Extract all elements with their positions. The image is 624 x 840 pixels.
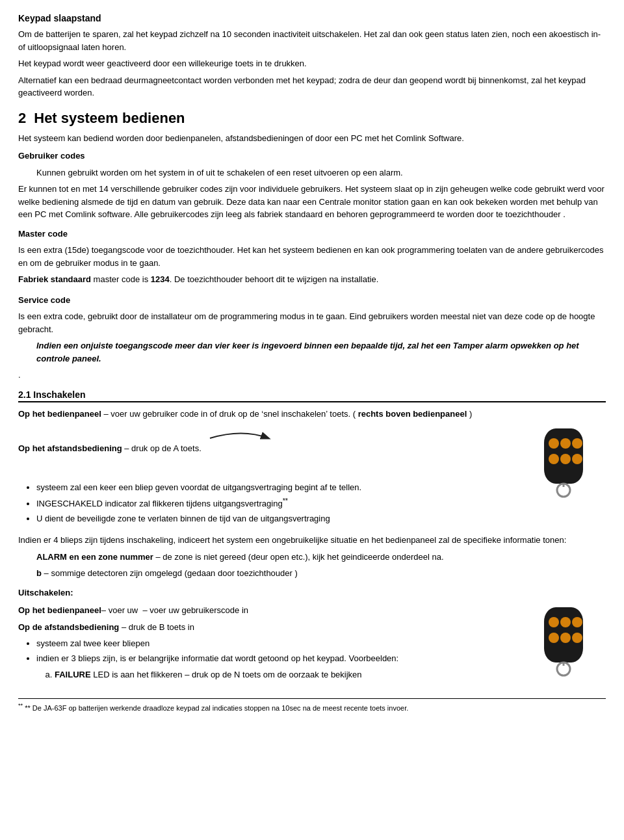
uitschakelen-title: Uitschakelen: (18, 586, 606, 599)
bedienpaneel-line: Op het bedienpaneel – voer uw gebruiker … (18, 408, 606, 421)
footnote-text: ** ** De JA-63F op batterijen werkende d… (18, 702, 606, 713)
footnote-ref: ** (283, 497, 288, 505)
dot-separator: . (18, 369, 606, 382)
svg-point-11 (560, 617, 571, 627)
svg-point-12 (572, 617, 582, 627)
keypad-p3: Alternatief kan een bedraad deurmagneetc… (18, 74, 606, 99)
master-code-p2: Fabriek standaard master code is 1234. D… (18, 273, 606, 286)
subsection-21-number: 2.1 (18, 389, 31, 400)
keypad-p1: Om de batterijen te sparen, zal het keyp… (18, 28, 606, 53)
failure-list: FAILURE LED is aan het flikkeren – druk … (55, 668, 528, 681)
afstandsbediening-text: – druk op de A toets. (122, 443, 202, 453)
arrow-icon (203, 425, 281, 451)
uitschakelen-content: Op het bedienpaneel– voer uw – voer uw g… (18, 604, 528, 685)
gebruiker-codes-title: Gebruiker codes (18, 150, 606, 163)
subsection-21-header: 2.1 Inschakelen (18, 389, 606, 402)
svg-point-2 (560, 438, 571, 449)
master-code-p2-middle: master code is (91, 274, 151, 284)
svg-point-6 (572, 454, 582, 464)
uitschakelen-row: Op het bedienpaneel– voer uw – voer uw g… (18, 604, 606, 685)
master-code-title: Master code (18, 228, 606, 241)
uitschakelen-bullets: systeem zal twee keer bliepen indien er … (36, 637, 528, 664)
svg-point-14 (560, 633, 571, 643)
bullet-3: U dient de beveiligde zone te verlaten b… (36, 512, 528, 525)
master-code-p2-prefix: Fabriek standaard (18, 274, 91, 284)
failure-item: FAILURE LED is aan het flikkeren – druk … (55, 668, 528, 681)
bedienpaneel2-bold: Op het bedienpaneel (18, 605, 101, 615)
keyfob-svg-1 (541, 425, 593, 503)
subsection-21-title: Inschakelen (33, 389, 85, 400)
afstandsbediening-text-block: Op het afstandsbediening – druk op de A … (18, 425, 528, 529)
gebruiker-codes-p1: Kunnen gebruikt worden om het system in … (36, 166, 606, 179)
b-line: b – sommige detectoren zijn omgelegd (ge… (36, 567, 606, 580)
afstandsbediening2-line: Op de afstandsbediening – druk de B toet… (18, 621, 528, 634)
bedienpaneel2-text2: – voer uw gebruikerscode in (142, 605, 248, 615)
b-bold: b (36, 568, 42, 578)
svg-point-15 (572, 633, 582, 643)
afstandsbediening-row: Op het afstandsbediening – druk op de A … (18, 425, 606, 529)
bullet-1: systeem zal een keer een bliep geven voo… (36, 481, 528, 494)
section2-number: 2 (18, 110, 26, 127)
bedienpaneel-text2: ) (467, 409, 472, 419)
master-code-p1: Is een extra (15de) toegangscode voor de… (18, 244, 606, 269)
alarm-bold: ALARM en een zone nummer (36, 552, 153, 562)
footnote-sup: ** (18, 702, 23, 709)
section2-title: Het systeem bedienen (34, 110, 185, 127)
bedienpaneel2-text: – voer uw (101, 605, 143, 615)
alarm-text: – de zone is niet gereed (deur open etc.… (153, 552, 444, 562)
b-text: – sommige detectoren zijn omgelegd (geda… (42, 568, 298, 578)
uitschakelen-bullet-1: systeem zal twee keer bliepen (36, 637, 528, 650)
svg-point-10 (549, 617, 559, 627)
section2-header: 2 Het systeem bedienen (18, 110, 606, 127)
keypad-p2: Het keypad wordt weer geactiveerd door e… (18, 57, 606, 70)
service-code-title: Service code (18, 294, 606, 307)
afstandsbediening-line: Op het afstandsbediening – druk op de A … (18, 425, 528, 455)
svg-point-13 (549, 633, 559, 643)
afstandsbediening2-text: – druk de B toets in (119, 622, 194, 632)
bedienpaneel-bold2: rechts boven bedienpaneel (358, 409, 467, 419)
svg-point-1 (549, 438, 559, 449)
keypad-title: Keypad slaapstand (18, 12, 606, 25)
service-code-p1: Is een extra code, gebruikt door de inst… (18, 310, 606, 335)
keyfob-image-2 (541, 604, 606, 684)
failure-bold: FAILURE (55, 670, 91, 679)
afstandsbediening2-bold: Op de afstandsbediening (18, 622, 119, 632)
indien-4-blieps: Indien er 4 blieps zijn tijdens inschake… (18, 534, 606, 547)
master-code-suffix: . De toezichthouder behoort dit te wijzi… (170, 274, 379, 284)
afstandsbediening-bold: Op het afstandsbediening (18, 443, 122, 453)
svg-point-3 (572, 438, 582, 449)
svg-point-5 (560, 454, 571, 464)
bedienpaneel2-line: Op het bedienpaneel– voer uw – voer uw g… (18, 604, 528, 617)
master-code-bold: 1234 (151, 274, 170, 284)
keyfob-image-1 (541, 425, 606, 505)
gebruiker-codes-p2: Er kunnen tot en met 14 verschillende ge… (18, 183, 606, 221)
section2-intro: Het systeem kan bediend worden door bedi… (18, 132, 606, 145)
alarm-zone-line: ALARM en een zone nummer – de zone is ni… (36, 551, 606, 564)
bedienpaneel-text: – voer uw gebruiker code in of druk op d… (101, 409, 358, 419)
uitschakelen-bullet-2: indien er 3 blieps zijn, is er belangrij… (36, 652, 528, 665)
inschakelen-bullets: systeem zal een keer een bliep geven voo… (36, 481, 528, 525)
bullet-2: INGESCHAKELD indicator zal flikkeren tij… (36, 495, 528, 510)
bedienpaneel-bold: Op het bedienpaneel (18, 409, 101, 419)
keyfob-svg-2 (541, 604, 593, 682)
footnote-section: ** ** De JA-63F op batterijen werkende d… (18, 698, 606, 713)
svg-point-4 (549, 454, 559, 464)
failure-text: LED is aan het flikkeren – druk op de N … (91, 670, 362, 679)
service-code-warning: Indien een onjuiste toegangscode meer da… (36, 339, 606, 365)
